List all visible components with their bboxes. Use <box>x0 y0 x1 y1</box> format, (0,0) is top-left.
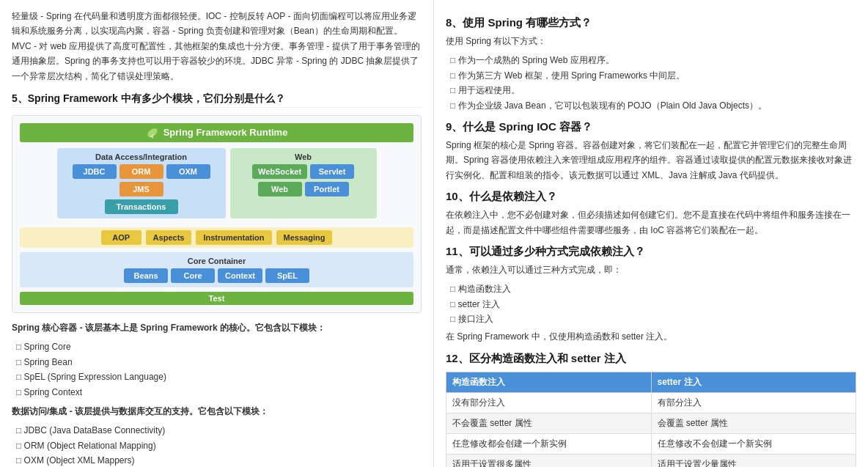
q11-section: 11、可以通过多少种方式完成依赖注入？ 通常，依赖注入可以通过三种方式完成，即：… <box>446 245 856 345</box>
core-section-box: Core Container Beans Core Context SpEL <box>20 252 413 287</box>
q8-section: 8、使用 Spring 有哪些方式？ 使用 Spring 有以下方式： 作为一个… <box>446 16 856 113</box>
q12-cell-1-1: 会覆盖 setter 属性 <box>651 413 856 433</box>
core-context: Context <box>218 268 262 283</box>
q12-cell-1-0: 不会覆盖 setter 属性 <box>446 413 652 433</box>
q12-section: 12、区分构造函数注入和 setter 注入 构造函数注入 setter 注入 … <box>446 352 856 467</box>
da-jms: JMS <box>119 182 163 196</box>
da-section-title: 数据访问/集成 - 该层提供与数据库交互的支持。它包含以下模块： <box>12 404 422 419</box>
core-spel: SpEL <box>265 268 309 283</box>
aop-box: AOP <box>101 230 141 245</box>
da-item-1: JDBC (Java DataBase Connectivity) <box>12 423 422 438</box>
core-item-2: Spring Bean <box>12 355 422 369</box>
table-row: 不会覆盖 setter 属性会覆盖 setter 属性 <box>446 413 856 433</box>
q11-intro: 通常，依赖注入可以通过三种方式完成，即： <box>446 262 856 277</box>
section5-title: 5、Spring Framework 中有多少个模块，它们分别是什么？ <box>12 92 422 108</box>
da-item-2: ORM (Object Relational Mapping) <box>12 438 422 453</box>
left-panel: 轻量级 - Spring 在代码量和透明度方面都很轻便。IOC - 控制反转 A… <box>0 0 434 467</box>
q12-cell-3-1: 适用于设置少量属性 <box>651 454 856 467</box>
instrumentation-box: Instrumentation <box>196 230 271 245</box>
web-websocket: WebSocket <box>252 164 307 179</box>
core-section-title: Spring 核心容器 - 该层基本上是 Spring Framework 的核… <box>12 320 422 335</box>
table-row: 没有部分注入有部分注入 <box>446 392 856 413</box>
da-item-3: OXM (Object XML Mappers) <box>12 453 422 467</box>
core-label: Core Container <box>26 257 408 265</box>
q12-cell-2-1: 任意修改不会创建一个新实例 <box>651 433 856 454</box>
q12-cell-0-0: 没有部分注入 <box>446 392 652 413</box>
intro-paragraph: 轻量级 - Spring 在代码量和透明度方面都很轻便。IOC - 控制反转 A… <box>12 9 422 84</box>
q9-text: Spring 框架的核心是 Spring 容器。容器创建对象，将它们装配在一起，… <box>446 138 856 183</box>
q8-item-1: 作为一个成熟的 Spring Web 应用程序。 <box>446 53 856 67</box>
q9-number: 9、什么是 Spring IOC 容器？ <box>446 120 856 134</box>
q12-th-1: 构造函数注入 <box>446 372 652 392</box>
web-label: Web <box>236 152 371 161</box>
table-row: 任意修改都会创建一个新实例任意修改不会创建一个新实例 <box>446 433 856 454</box>
da-jdbc: JDBC <box>73 164 117 179</box>
q8-item-4: 作为企业级 Java Bean，它可以包装现有的 POJO（Plain Old … <box>446 98 856 113</box>
q12-cell-3-0: 适用于设置很多属性 <box>446 454 652 467</box>
q10-number: 10、什么是依赖注入？ <box>446 190 856 204</box>
q8-intro: 使用 Spring 有以下方式： <box>446 34 856 48</box>
q12-table: 构造函数注入 setter 注入 没有部分注入有部分注入不会覆盖 setter … <box>446 372 856 467</box>
da-orm: ORM <box>119 164 163 179</box>
q8-number: 8、使用 Spring 有哪些方式？ <box>446 16 856 30</box>
aop-row: AOP Aspects Instrumentation Messaging <box>20 227 413 248</box>
web-web: Web <box>258 182 302 196</box>
core-item-4: Spring Context <box>12 385 422 400</box>
aspects-box: Aspects <box>146 230 192 245</box>
q12-cell-2-0: 任意修改都会创建一个新实例 <box>446 433 652 454</box>
da-transactions: Transactions <box>105 199 178 214</box>
core-item-3: SpEL (Spring Expression Language) <box>12 369 422 384</box>
q11-footer: 在 Spring Framework 中，仅使用构造函数和 setter 注入。 <box>446 329 856 344</box>
da-web-row: Data Access/Integration JDBC ORM OXM JMS… <box>20 148 413 223</box>
core-item-1: Spring Core <box>12 339 422 354</box>
q12-cell-0-1: 有部分注入 <box>651 392 856 413</box>
q12-th-2: setter 注入 <box>651 372 856 392</box>
spring-diagram: Spring Framework Runtime Data Access/Int… <box>12 115 422 313</box>
da-section-box: Data Access/Integration JDBC ORM OXM JMS… <box>57 148 226 218</box>
q9-section: 9、什么是 Spring IOC 容器？ Spring 框架的核心是 Sprin… <box>446 120 856 183</box>
spring-logo-icon <box>146 126 159 139</box>
right-panel: 8、使用 Spring 有哪些方式？ 使用 Spring 有以下方式： 作为一个… <box>434 0 868 467</box>
q11-item-1: 构造函数注入 <box>446 282 856 296</box>
diagram-title-text: Spring Framework Runtime <box>163 127 288 138</box>
test-bar: Test <box>20 292 413 305</box>
q10-text: 在依赖注入中，您不必创建对象，但必须描述如何创建它们。您不是直接在代码中将组件和… <box>446 207 856 238</box>
q11-item-3: 接口注入 <box>446 312 856 326</box>
web-servlet: Servlet <box>310 164 354 179</box>
q11-number: 11、可以通过多少种方式完成依赖注入？ <box>446 245 856 259</box>
q8-item-3: 用于远程使用。 <box>446 83 856 98</box>
da-oxm: OXM <box>166 164 210 179</box>
q10-section: 10、什么是依赖注入？ 在依赖注入中，您不必创建对象，但必须描述如何创建它们。您… <box>446 190 856 238</box>
web-portlet: Portlet <box>305 182 349 196</box>
q11-item-2: setter 注入 <box>446 297 856 312</box>
core-beans: Beans <box>124 268 168 283</box>
web-section-box: Web WebSocket Servlet Web Portlet <box>230 148 377 218</box>
da-label: Data Access/Integration <box>63 152 220 161</box>
q8-item-2: 作为第三方 Web 框架，使用 Spring Frameworks 中间层。 <box>446 68 856 83</box>
diagram-title-bar: Spring Framework Runtime <box>20 123 413 142</box>
q12-number: 12、区分构造函数注入和 setter 注入 <box>446 352 856 366</box>
core-core: Core <box>171 268 215 283</box>
messaging-box: Messaging <box>276 230 333 245</box>
table-row: 适用于设置很多属性适用于设置少量属性 <box>446 454 856 467</box>
